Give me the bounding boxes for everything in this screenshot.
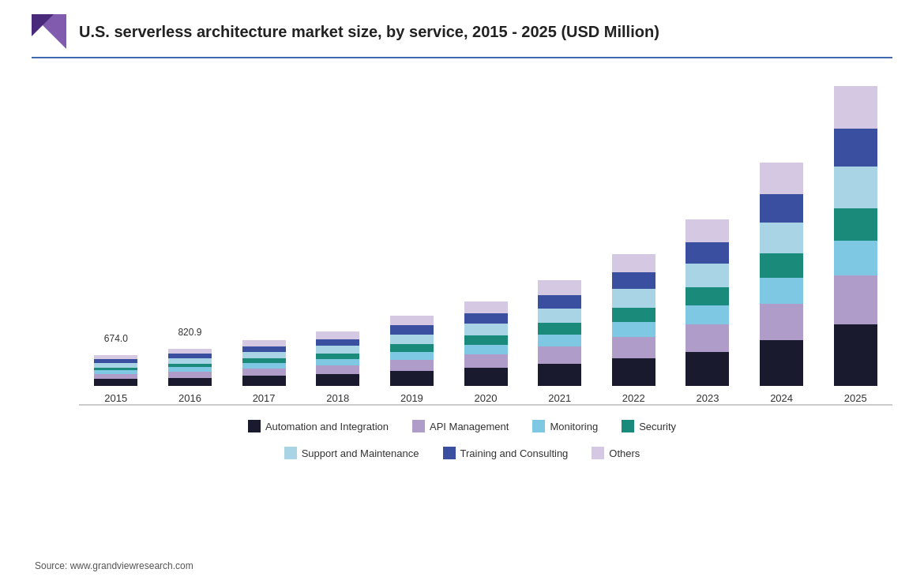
source-label: Source: www.grandviewresearch.com [35, 560, 193, 571]
segment-api-2019 [390, 360, 434, 371]
segment-api-2022 [612, 337, 655, 358]
legend-item-api: API Management [412, 420, 509, 432]
segment-others-2018 [316, 331, 359, 339]
bar-group-2022: 2022 [596, 106, 670, 404]
segment-others-2020 [464, 301, 508, 313]
segment-others-2023 [685, 219, 729, 243]
segment-support-2022 [612, 289, 655, 307]
x-label-2024: 2024 [770, 392, 793, 404]
chart-title: U.S. serverless architecture market size… [79, 23, 659, 41]
legend-item-training: Training and Consulting [443, 447, 569, 459]
segment-training-2021 [538, 295, 581, 309]
legend-item-others: Others [592, 447, 640, 459]
segment-security-2025 [834, 208, 877, 241]
segment-others-2025 [834, 86, 877, 129]
segment-security-2023 [685, 287, 729, 305]
segment-support-2018 [316, 346, 359, 354]
logo-icon [32, 14, 66, 49]
bar-group-2016: 820.92016 [153, 106, 227, 404]
bar-stack-2021 [538, 280, 581, 386]
chart-header: U.S. serverless architecture market size… [32, 0, 892, 58]
segment-monitoring-2019 [390, 352, 434, 360]
bars-wrapper: 674.02015820.920162017201820192020202120… [79, 106, 892, 406]
segment-training-2019 [390, 325, 434, 334]
segment-monitoring-2018 [316, 359, 359, 365]
segment-security-2024 [760, 253, 803, 278]
segment-others-2017 [242, 340, 286, 346]
segment-training-2020 [464, 313, 508, 324]
segment-support-2017 [242, 352, 286, 358]
segment-support-2024 [760, 223, 803, 254]
bar-group-2025: 2025 [818, 106, 892, 404]
x-label-2022: 2022 [622, 392, 645, 404]
segment-support-2025 [834, 167, 877, 209]
segment-automation-2021 [538, 364, 581, 386]
segment-others-2019 [390, 316, 434, 325]
legend-label-support: Support and Maintenance [302, 447, 419, 459]
segment-support-2019 [390, 335, 434, 344]
segment-others-2021 [538, 280, 581, 295]
bar-stack-2015: 674.0 [94, 355, 137, 386]
segment-automation-2018 [316, 374, 359, 386]
legend-label-security: Security [639, 421, 676, 432]
legend-label-automation: Automation and Integration [265, 421, 389, 432]
chart-area-wrapper: 674.02015820.920162017201820192020202120… [32, 66, 892, 406]
x-label-2016: 2016 [178, 392, 201, 404]
bar-group-2023: 2023 [670, 106, 745, 404]
segment-api-2025 [834, 275, 877, 324]
segment-automation-2025 [834, 324, 877, 386]
segment-support-2021 [538, 309, 581, 324]
bar-group-2020: 2020 [449, 106, 523, 404]
segment-monitoring-2023 [685, 305, 729, 324]
segment-monitoring-2024 [760, 278, 803, 304]
bar-stack-2024 [760, 163, 803, 386]
segment-training-2025 [834, 129, 877, 167]
segment-others-2022 [612, 254, 655, 272]
x-label-2017: 2017 [253, 392, 276, 404]
bar-stack-2022 [612, 254, 655, 386]
legend-color-api [412, 420, 425, 432]
segment-training-2024 [760, 194, 803, 223]
segment-automation-2023 [685, 352, 729, 387]
legend-item-monitoring: Monitoring [532, 420, 598, 432]
segment-automation-2016 [168, 378, 212, 386]
bar-group-2021: 2021 [523, 106, 597, 404]
segment-automation-2017 [242, 376, 286, 386]
legend-item-automation: Automation and Integration [248, 420, 389, 432]
segment-training-2023 [685, 242, 729, 264]
legend-label-api: API Management [430, 421, 509, 432]
bar-stack-2016: 820.9 [168, 349, 212, 386]
segment-training-2018 [316, 339, 359, 346]
x-label-2025: 2025 [844, 392, 867, 404]
legend-color-monitoring [532, 420, 545, 432]
legend-color-support [284, 447, 297, 459]
segment-api-2018 [316, 365, 359, 374]
bar-group-2018: 2018 [301, 106, 375, 404]
segment-automation-2015 [94, 379, 137, 386]
segment-api-2016 [168, 372, 212, 378]
segment-monitoring-2025 [834, 241, 877, 275]
segment-automation-2022 [612, 358, 655, 386]
legend-color-others [592, 447, 604, 459]
legend-label-monitoring: Monitoring [550, 421, 598, 432]
x-label-2018: 2018 [326, 392, 349, 404]
segment-api-2021 [538, 346, 581, 364]
x-label-2023: 2023 [696, 392, 719, 404]
segment-monitoring-2020 [464, 345, 508, 354]
x-label-2020: 2020 [475, 392, 498, 404]
segment-monitoring-2021 [538, 335, 581, 346]
segment-security-2021 [538, 323, 581, 334]
segment-training-2022 [612, 272, 655, 289]
bar-stack-2020 [464, 301, 508, 386]
segment-automation-2019 [390, 371, 434, 386]
x-label-2019: 2019 [400, 392, 423, 404]
bar-stack-2018 [316, 331, 359, 386]
legend-color-training [443, 447, 456, 459]
segment-training-2017 [242, 346, 286, 352]
bar-stack-2025 [834, 86, 877, 386]
segment-api-2017 [242, 369, 286, 376]
segment-automation-2024 [760, 340, 803, 386]
x-label-2021: 2021 [548, 392, 571, 404]
x-label-2015: 2015 [104, 392, 127, 404]
segment-security-2018 [316, 354, 359, 359]
